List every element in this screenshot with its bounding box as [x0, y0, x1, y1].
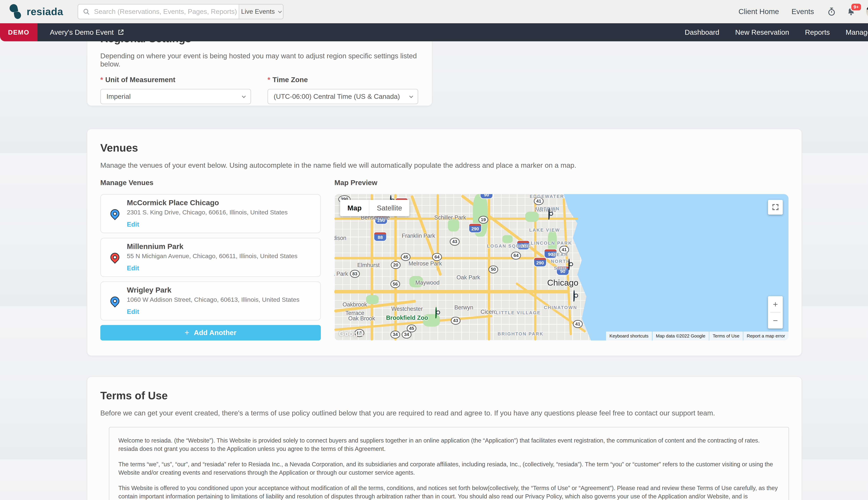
brand-logo[interactable]: resiada: [9, 4, 69, 19]
map-town-label: ldison: [334, 235, 346, 241]
topnav-link-client-home[interactable]: Client Home: [739, 8, 779, 16]
eventnav-link-dashboard[interactable]: Dashboard: [685, 28, 719, 36]
terms-title: Terms of Use: [100, 389, 789, 402]
venues-description: Manage the venues of your event below. U…: [100, 161, 789, 169]
map-pin-icon: [108, 294, 122, 308]
regional-settings-fields: *Unit of Measurement Imperial *Time Zone…: [100, 76, 419, 104]
event-navbar: DEMO Avery's Demo Event DashboardNew Res…: [0, 23, 868, 41]
venue-name: McCormick Place Chicago: [127, 198, 288, 207]
user-avatar[interactable]: [866, 5, 868, 19]
map-route-shield-88: 88: [374, 232, 386, 241]
external-link-icon: [118, 29, 124, 35]
map-town-label: Cicero: [481, 308, 497, 315]
map-button[interactable]: Map: [340, 200, 369, 216]
map-town-label: Schiller Park: [434, 214, 466, 221]
map-attr-keyboard-shortcuts[interactable]: Keyboard shortcuts: [606, 332, 652, 340]
map-town-label: Oak Brook: [348, 315, 375, 322]
timer-icon[interactable]: [827, 7, 836, 16]
venue-edit-link[interactable]: Edit: [127, 264, 139, 272]
time-zone-field: *Time Zone (UTC-06:00) Central Time (US …: [267, 76, 418, 104]
map-town-label: Oakbrook Terrace: [338, 300, 371, 317]
venues-title: Venues: [100, 142, 789, 154]
chevron-down-icon: [278, 9, 282, 13]
time-zone-label: Time Zone: [273, 76, 308, 84]
venue-address: 55 N Michigan Avenue, Chicago, 60611, Il…: [127, 252, 298, 260]
manage-venues-column: Manage Venues McCormick Place Chicago230…: [100, 179, 334, 340]
eventnav-link-reports[interactable]: Reports: [805, 28, 830, 36]
brand-name: resiada: [26, 6, 63, 18]
map-route-shield-19: 19: [478, 216, 488, 224]
map-route-shield-50: 50: [488, 265, 498, 273]
map-town-label: Franklin Park: [402, 232, 435, 239]
venue-name: Millennium Park: [127, 242, 298, 251]
search-scope-value: Live Events: [241, 8, 275, 15]
map-route-shield-83: 83: [350, 270, 360, 278]
map-park: [448, 219, 459, 231]
notifications-button[interactable]: 9+: [847, 7, 855, 16]
eventnav-links: DashboardNew ReservationReportsManage: [685, 28, 868, 36]
search-scope-select[interactable]: Live Events: [239, 4, 283, 19]
map-zoo-label: Brookfield Zoo: [386, 315, 428, 321]
eventnav-link-new-reservation[interactable]: New Reservation: [735, 28, 789, 36]
terms-paragraph: Welcome to resiada. (the “Website”). Thi…: [118, 436, 779, 453]
venue-edit-link[interactable]: Edit: [127, 221, 139, 228]
venue-list: McCormick Place Chicago2301 S. King Driv…: [100, 194, 334, 320]
terms-text-box[interactable]: Welcome to resiada. (the “Website”). Thi…: [109, 427, 789, 500]
venue-address: 2301 S. King Drive, Chicago, 60616, Illi…: [127, 209, 288, 216]
global-search-bar: Live Events: [78, 4, 283, 19]
map-attribution: Keyboard shortcutsMap data ©2022 GoogleT…: [606, 332, 788, 340]
event-title[interactable]: Avery's Demo Event: [50, 28, 124, 36]
map-neighborhood-label: EDGEWATER: [530, 194, 564, 199]
venues-card: Venues Manage the venues of your event b…: [87, 129, 802, 356]
venue-item: Millennium Park55 N Michigan Avenue, Chi…: [100, 238, 321, 277]
unit-of-measurement-select[interactable]: Imperial: [100, 89, 251, 104]
map-route-shield-56: 56: [390, 280, 400, 288]
zoom-in-button[interactable]: +: [768, 296, 783, 312]
venue-text: Wrigley Park1060 W Addison Street, Chica…: [127, 286, 299, 316]
map-zoom-control: + −: [768, 296, 783, 329]
time-zone-value: (UTC-06:00) Central Time (US & Canada): [274, 93, 400, 100]
map-neighborhood-label: CHINATOWN: [544, 305, 577, 310]
map-preview[interactable]: 3909019294432944564208329050562908843458…: [334, 194, 788, 340]
terms-paragraph: This Website is offered to you condition…: [118, 484, 779, 500]
map-marker-blue[interactable]: [548, 208, 550, 219]
map-attr-map-data-2022-google: Map data ©2022 Google: [653, 332, 709, 340]
map-park: [502, 235, 513, 243]
top-navbar: resiada Live Events Client HomeEvents 9+: [0, 0, 868, 23]
map-town-label: Melrose Park: [409, 260, 442, 267]
add-another-label: Add Another: [194, 329, 237, 337]
search-input[interactable]: [90, 8, 239, 15]
satellite-button[interactable]: Satellite: [369, 200, 409, 216]
map-route-shield-43: 43: [450, 238, 460, 246]
venue-item: McCormick Place Chicago2301 S. King Driv…: [100, 194, 321, 233]
map-attr-terms-of-use[interactable]: Terms of Use: [709, 332, 743, 340]
map-route-shield-64: 64: [432, 253, 442, 261]
map-marker-red[interactable]: [568, 259, 570, 270]
venue-edit-link[interactable]: Edit: [127, 308, 139, 315]
topnav-link-events[interactable]: Events: [791, 8, 814, 16]
map-route-shield-43: 43: [451, 317, 460, 325]
time-zone-select[interactable]: (UTC-06:00) Central Time (US & Canada): [267, 89, 418, 104]
fullscreen-button[interactable]: [768, 200, 783, 215]
pin-blue-icon: [108, 295, 121, 307]
regional-settings-description: Depending on where your event is being h…: [100, 52, 419, 68]
map-route-shield-90: 90: [481, 194, 492, 198]
pin-red-icon: [568, 259, 570, 270]
map-marker-blue[interactable]: [573, 291, 575, 301]
eventnav-link-manage[interactable]: Manage: [846, 28, 868, 36]
terms-card: Terms of Use Before we can get your even…: [87, 376, 802, 500]
required-asterisk: *: [100, 76, 103, 84]
fullscreen-icon: [772, 203, 779, 211]
demo-badge: DEMO: [0, 23, 37, 41]
terms-paragraph: The terms “we”, “us”, “our”, and “resiad…: [118, 460, 779, 477]
map-attr-report-a-map-error[interactable]: Report a map error: [743, 332, 788, 340]
event-navbar-bar: Avery's Demo Event DashboardNew Reservat…: [37, 23, 868, 41]
zoom-out-button[interactable]: −: [768, 313, 783, 329]
notification-badge: 9+: [850, 3, 862, 11]
resiada-logo-icon: [9, 4, 23, 19]
unit-of-measurement-value: Imperial: [106, 93, 130, 100]
map-preview-label: Map Preview: [334, 179, 788, 187]
unit-of-measurement-field: *Unit of Measurement Imperial: [100, 76, 251, 104]
add-another-venue-button[interactable]: + Add Another: [100, 325, 321, 340]
venue-address: 1060 W Addison Street, Chicago, 60613, I…: [127, 296, 299, 303]
